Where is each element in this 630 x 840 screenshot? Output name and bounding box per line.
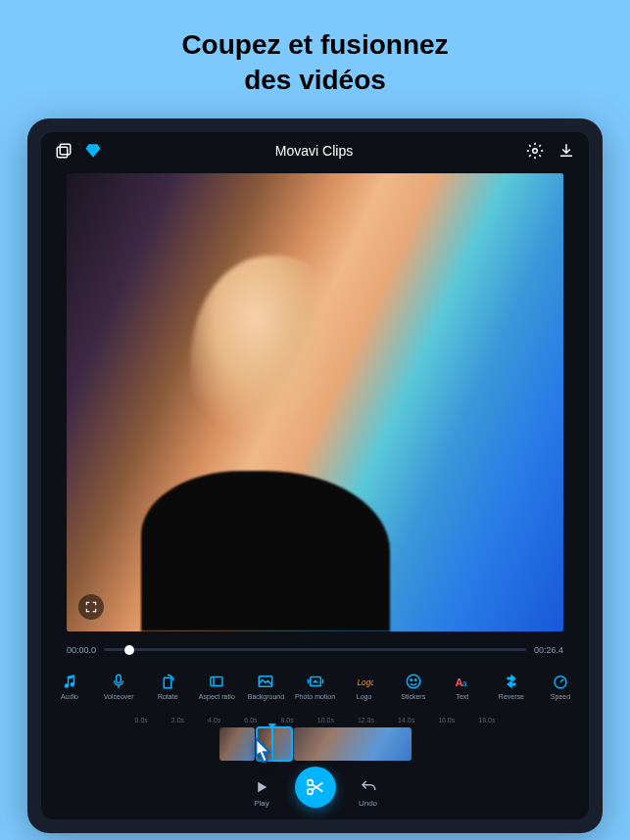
tool-voiceover[interactable]: Voiceover	[94, 669, 143, 703]
photo-motion-icon	[306, 673, 325, 690]
tutorial-pointer-icon	[249, 736, 278, 771]
time-end: 00:26.4	[534, 645, 563, 655]
scissors-icon	[305, 776, 326, 798]
scrubber-track[interactable]	[104, 648, 526, 651]
tool-text[interactable]: AaText	[438, 669, 487, 703]
logo-icon: Logo	[355, 673, 374, 690]
svg-text:a: a	[462, 678, 467, 687]
stickers-icon	[404, 673, 423, 690]
scrubber-handle[interactable]	[124, 645, 134, 655]
clip-thumb[interactable]	[294, 727, 412, 761]
microphone-icon	[109, 673, 128, 690]
svg-point-15	[307, 779, 313, 785]
settings-gear-icon[interactable]	[526, 142, 544, 160]
export-download-icon[interactable]	[557, 142, 575, 160]
play-button[interactable]: Play	[253, 778, 270, 808]
background-icon	[256, 673, 275, 690]
undo-button[interactable]: Undo	[359, 778, 377, 808]
app-screen: Movavi Clips 00:00.0 00:26.4 Audio Voice…	[41, 132, 589, 819]
audio-icon	[60, 673, 79, 690]
speed-icon	[551, 673, 570, 690]
svg-text:Logo: Logo	[357, 677, 373, 686]
text-icon: Aa	[453, 673, 472, 690]
aspect-ratio-icon	[207, 673, 226, 690]
tool-aspect-ratio[interactable]: Aspect ratio	[192, 669, 241, 703]
tool-rotate[interactable]: Rotate	[143, 669, 192, 703]
tool-audio[interactable]: Audio	[45, 669, 94, 703]
undo-icon	[360, 778, 377, 796]
bottom-controls: Play Undo	[41, 765, 589, 819]
tool-row: Audio Voiceover Rotate Aspect ratio Back…	[41, 661, 589, 711]
timeline-scrubber[interactable]: 00:00.0 00:26.4	[41, 639, 589, 661]
topbar: Movavi Clips	[41, 132, 589, 169]
svg-rect-5	[211, 677, 222, 685]
tool-logo[interactable]: LogoLogo	[340, 669, 389, 703]
premium-diamond-icon[interactable]	[84, 142, 102, 160]
time-start: 00:00.0	[67, 645, 96, 655]
device-frame: Movavi Clips 00:00.0 00:26.4 Audio Voice…	[27, 118, 603, 833]
time-ruler: 0.0s2.0s4.0s6.0s8.0s10.0s12.0s14.0s16.0s…	[41, 717, 589, 725]
clips-timeline[interactable]: 0.0s2.0s4.0s6.0s8.0s10.0s12.0s14.0s16.0s…	[41, 711, 589, 765]
cut-button[interactable]	[295, 767, 336, 808]
svg-rect-0	[60, 144, 71, 155]
promo-heading: Coupez et fusionnez des vidéos	[0, 0, 630, 118]
tool-reverse[interactable]: Reverse	[487, 669, 536, 703]
play-icon	[253, 778, 270, 796]
video-preview[interactable]	[67, 173, 563, 631]
app-title: Movavi Clips	[114, 143, 514, 159]
tool-speed[interactable]: Speed	[536, 669, 585, 703]
svg-point-11	[414, 678, 416, 680]
tool-photo-motion[interactable]: Photo motion	[290, 669, 339, 703]
tool-background[interactable]: Background	[241, 669, 290, 703]
svg-point-10	[411, 678, 412, 680]
svg-point-2	[533, 149, 538, 154]
svg-rect-4	[164, 677, 171, 688]
projects-icon[interactable]	[55, 142, 73, 160]
svg-point-16	[307, 789, 313, 795]
reverse-icon	[502, 673, 521, 690]
rotate-icon	[158, 673, 177, 690]
tool-stickers[interactable]: Stickers	[389, 669, 438, 703]
svg-rect-3	[117, 675, 121, 682]
svg-rect-1	[57, 147, 68, 158]
fullscreen-button[interactable]	[78, 594, 104, 620]
svg-point-9	[407, 675, 420, 688]
